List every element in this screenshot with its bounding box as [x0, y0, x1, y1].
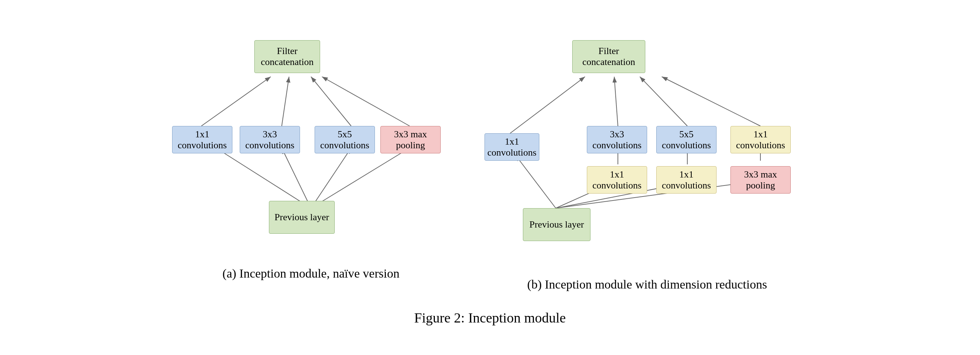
naive-filter-concat: Filter concatenation: [254, 40, 320, 73]
dimred-reduce3x3: 1x1 convolutions: [587, 166, 647, 193]
svg-line-2: [282, 148, 311, 208]
svg-line-5: [201, 77, 271, 126]
svg-line-1: [216, 148, 311, 208]
svg-line-17: [510, 77, 585, 133]
dimred-figure: Filter concatenation 1x1 convolutions 3x…: [483, 29, 811, 292]
svg-line-20: [662, 77, 760, 126]
naive-conv1x1: 1x1 convolutions: [172, 126, 232, 154]
dimred-reduce5x5: 1x1 convolutions: [656, 166, 716, 193]
svg-line-8: [322, 77, 410, 126]
dimred-conv1x1-direct: 1x1 convolutions: [485, 133, 539, 161]
naive-conv5x5: 5x5 convolutions: [315, 126, 375, 154]
naive-diagram: Filter concatenation 1x1 convolutions 3x…: [169, 29, 453, 256]
dimred-caption: (b) Inception module with dimension redu…: [527, 277, 767, 292]
dimred-maxpool: 3x3 max pooling: [730, 166, 791, 193]
dimred-conv5x5: 5x5 convolutions: [656, 126, 716, 154]
dimred-conv3x3: 3x3 convolutions: [587, 126, 647, 154]
naive-conv3x3: 3x3 convolutions: [240, 126, 300, 154]
svg-line-18: [614, 77, 618, 126]
naive-maxpool: 3x3 max pooling: [380, 126, 441, 154]
svg-line-19: [640, 77, 687, 126]
dimred-conv1x1-out: 1x1 convolutions: [730, 126, 791, 154]
dimred-prev-layer: Previous layer: [523, 208, 590, 241]
figures-row: Filter concatenation 1x1 convolutions 3x…: [0, 29, 980, 292]
dimred-filter-concat: Filter concatenation: [572, 40, 645, 73]
naive-caption: (a) Inception module, naïve version: [223, 266, 399, 281]
svg-line-10: [515, 155, 556, 208]
svg-line-3: [311, 148, 351, 208]
naive-figure: Filter concatenation 1x1 convolutions 3x…: [169, 29, 453, 281]
dimred-diagram: Filter concatenation 1x1 convolutions 3x…: [483, 29, 811, 266]
figure-caption: Figure 2: Inception module: [414, 310, 566, 326]
svg-line-13: [556, 182, 746, 208]
svg-line-4: [311, 148, 410, 208]
naive-prev-layer: Previous layer: [269, 201, 335, 234]
svg-line-7: [311, 77, 351, 126]
svg-line-6: [282, 77, 289, 126]
